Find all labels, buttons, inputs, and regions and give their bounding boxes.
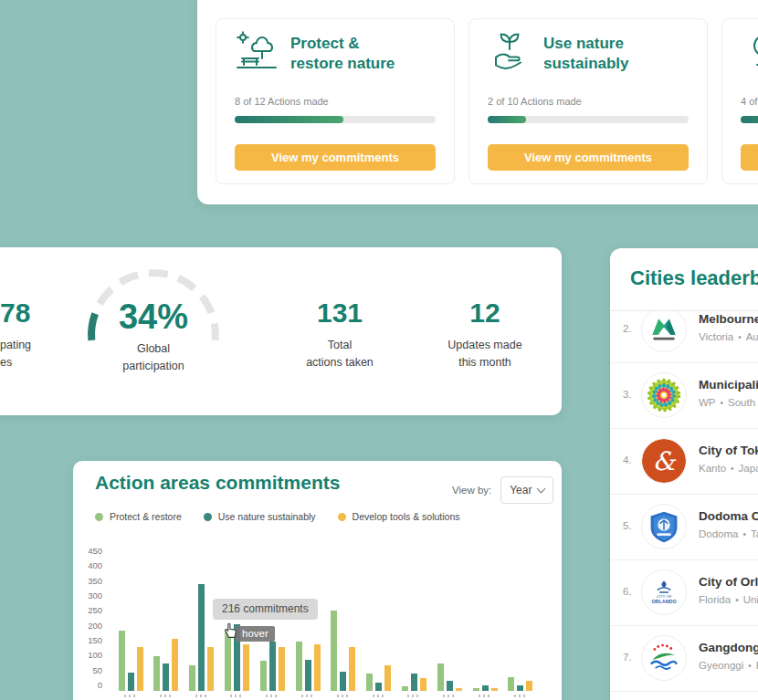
leaderboard-row[interactable]: 6.CITY OFORLANDOCity of OrlandoFlorida•U… — [610, 560, 758, 626]
stat-2: 34%Globalparticipation — [80, 298, 226, 375]
progress-bar-fill — [235, 116, 343, 123]
bar-yellow[interactable] — [456, 688, 462, 691]
hover-annotation: hover — [236, 626, 275, 642]
bar-teal[interactable] — [517, 685, 523, 691]
location-text: WP — [699, 397, 716, 408]
leaderboard-row[interactable]: 5.Dodoma CityDodoma•Tanzania — [610, 495, 758, 560]
country-text: Australia — [746, 331, 758, 342]
x-axis-label-clipped — [443, 695, 456, 697]
stat-label: Updates madethis month — [412, 337, 558, 371]
bar-yellow[interactable] — [137, 647, 143, 691]
country-text: United States — [743, 594, 758, 605]
bar-green[interactable] — [119, 631, 125, 691]
location-text: Victoria — [699, 331, 733, 342]
bar-teal[interactable] — [482, 685, 489, 691]
bar-green[interactable] — [402, 686, 408, 691]
bar-green[interactable] — [473, 688, 479, 691]
bar-teal[interactable] — [305, 660, 311, 691]
bar-teal[interactable] — [163, 663, 169, 691]
leaderboard-row[interactable]: 7.Gangdong-guGyeonggi•Republic of Korea — [610, 626, 758, 692]
card-title-line2: sustainably — [543, 54, 629, 74]
rank-number: 5. — [623, 520, 632, 531]
shield-logo — [642, 505, 686, 549]
rank-number: 2. — [623, 323, 632, 334]
bar-green[interactable] — [189, 665, 195, 691]
ampersand-logo: & — [642, 439, 686, 483]
bar-green[interactable] — [331, 611, 337, 691]
leaderboard-row[interactable]: 2.MelbourneVictoria•Australia — [610, 311, 758, 363]
city-logo-avatar: & — [641, 438, 687, 484]
view-commitments-button[interactable]: View my commitments — [488, 144, 689, 171]
view-commitments-button[interactable]: View my commitments — [235, 144, 436, 171]
action-card: Use naturesustainably2 of 10 Actions mad… — [468, 18, 708, 184]
bar-teal[interactable] — [128, 673, 134, 691]
actions-made-text: 8 of 12 Actions made — [235, 96, 329, 107]
rank-number: 7. — [623, 652, 632, 663]
x-axis-label-clipped — [266, 695, 279, 697]
melbourne-logo — [642, 311, 686, 351]
leaderboard-row[interactable] — [610, 692, 758, 700]
location-text: Kanto — [699, 463, 726, 474]
leaderboard-row[interactable]: 3.MunicipalityWP•South Africa — [610, 363, 758, 429]
bar-yellow[interactable] — [420, 678, 426, 691]
globe-sprout-icon — [741, 30, 758, 74]
bar-yellow[interactable] — [349, 647, 355, 691]
bar-green[interactable] — [437, 663, 444, 691]
progress-bar-fill — [488, 116, 526, 123]
bar-green[interactable] — [508, 677, 514, 691]
bar-yellow[interactable] — [207, 647, 214, 691]
city-location: Victoria•Australia — [699, 331, 758, 342]
bar-teal[interactable] — [198, 584, 205, 691]
bar-yellow[interactable] — [243, 644, 249, 691]
card-title-line2: restore nature — [290, 54, 395, 74]
bullet-separator: • — [731, 464, 734, 474]
orlando-logo: CITY OFORLANDO — [642, 570, 686, 614]
card-title-line1: Protect & — [290, 34, 395, 54]
bar-green[interactable] — [366, 674, 373, 691]
city-logo-avatar — [641, 635, 687, 681]
svg-text:&: & — [653, 446, 677, 476]
rank-number: 3. — [623, 389, 632, 400]
bar-teal[interactable] — [340, 672, 346, 691]
bar-yellow[interactable] — [526, 681, 532, 691]
bar-yellow[interactable] — [314, 644, 321, 691]
bar-teal[interactable] — [375, 683, 382, 691]
x-axis-label-clipped — [337, 695, 350, 697]
bar-green[interactable] — [153, 656, 160, 691]
y-axis-tick-label: 200 — [73, 621, 102, 631]
bar-yellow[interactable] — [491, 688, 498, 691]
city-name: Dodoma City — [699, 509, 758, 523]
location-text: Florida — [699, 594, 731, 605]
x-axis-label-clipped — [230, 695, 243, 697]
cities-leaderboard-panel: Cities leaderboard 2.MelbourneVictoria•A… — [610, 248, 758, 700]
x-axis-label-clipped — [301, 695, 314, 697]
bar-teal[interactable] — [411, 674, 417, 691]
country-text: South Africa — [728, 397, 758, 408]
leaderboard-title: Cities leaderboard — [630, 266, 758, 290]
bar-yellow[interactable] — [279, 647, 285, 691]
actions-made-text: 2 of 10 Actions made — [488, 96, 582, 107]
y-axis-tick-label: 300 — [73, 590, 102, 601]
y-axis-tick-label: 350 — [73, 576, 102, 586]
stat-3: 131Totalactions taken — [267, 298, 413, 371]
progress-bar-track — [488, 116, 689, 123]
bar-green[interactable] — [296, 642, 302, 691]
mandala-logo — [642, 373, 686, 417]
bar-teal[interactable] — [447, 681, 453, 691]
stat-value: 131 — [267, 298, 413, 328]
leaderboard-row[interactable]: 4.&City of TokyoKanto•Japan — [610, 429, 758, 495]
rank-number: 6. — [623, 586, 632, 597]
country-text: Japan — [739, 463, 758, 474]
city-logo-avatar: CITY OFORLANDO — [641, 569, 687, 615]
x-axis-label-clipped — [160, 695, 173, 697]
city-location: Florida•United States — [699, 594, 758, 605]
city-name: City of Tokyo — [699, 444, 758, 457]
bar-yellow[interactable] — [384, 665, 391, 691]
bar-yellow[interactable] — [172, 639, 178, 691]
city-location: Gyeonggi•Republic of Korea — [699, 660, 758, 671]
card-title: Use naturesustainably — [543, 34, 629, 74]
location-text: Dodoma — [699, 528, 738, 539]
view-commitments-button[interactable]: View my commitments — [741, 144, 758, 171]
bar-green[interactable] — [260, 661, 267, 691]
bar-teal[interactable] — [269, 642, 276, 691]
